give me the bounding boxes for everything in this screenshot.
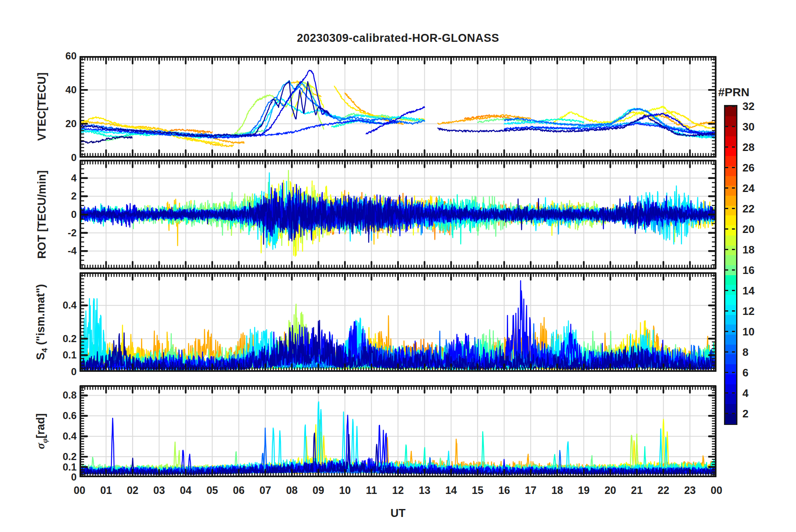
x-tick-label: 06	[233, 484, 245, 496]
colorbar-segment	[725, 325, 736, 335]
y-tick-label-s4: 0.2	[48, 333, 77, 345]
panel-rot	[80, 160, 716, 269]
colorbar-tick-label: 18	[742, 243, 755, 256]
y-tick-label-sigma: 0	[48, 471, 77, 483]
x-tick-label: 21	[631, 484, 643, 496]
colorbar-segment	[725, 235, 736, 245]
x-tick-label: 14	[445, 484, 457, 496]
colorbar-tick-label: 30	[742, 120, 755, 133]
colorbar	[724, 105, 737, 425]
colorbar-tick-label: 16	[742, 263, 755, 276]
y-tick-label-rot: -2	[48, 227, 77, 239]
colorbar-tick	[725, 372, 728, 373]
y-tick-label-rot: -4	[48, 245, 77, 257]
colorbar-tick	[725, 167, 728, 168]
colorbar-tick	[725, 106, 728, 107]
colorbar-title: #PRN	[718, 86, 750, 99]
y-tick-label-sigma: 0.1	[48, 461, 77, 473]
x-tick-label: 08	[286, 484, 298, 496]
panel-vtec	[80, 56, 716, 158]
colorbar-segment	[725, 304, 736, 315]
x-tick-label: 19	[578, 484, 590, 496]
y-tick-label-sigma: 0.6	[48, 410, 77, 422]
chart-title: 20230309-calibrated-HOR-GLONASS	[80, 32, 716, 45]
x-axis-label: UT	[390, 507, 406, 520]
colorbar-tick	[732, 290, 735, 291]
colorbar-segment	[725, 354, 736, 364]
colorbar-segment	[725, 205, 736, 215]
y-axis-label-vtec: VTEC[TECU]	[36, 72, 50, 141]
colorbar-segment	[725, 414, 736, 424]
colorbar-tick	[725, 351, 728, 353]
x-tick-label: 02	[127, 484, 139, 496]
colorbar-tick	[725, 269, 728, 271]
x-tick-label: 04	[180, 484, 192, 496]
colorbar-segment	[725, 315, 736, 325]
x-tick-label: 18	[552, 484, 563, 496]
colorbar-tick	[732, 228, 735, 230]
y-tick-label-s4: 0.4	[48, 299, 77, 311]
y-tick-label-rot: 4	[48, 172, 77, 184]
colorbar-segment	[725, 335, 736, 345]
x-tick-label: 16	[498, 484, 510, 496]
y-axis-label-s4: S4 ("ism.mat")	[34, 284, 49, 360]
y-tick-label-sigma: 0.8	[48, 389, 77, 401]
colorbar-tick-label: 14	[742, 284, 755, 297]
x-tick-label: 07	[259, 484, 271, 496]
colorbar-segment	[725, 374, 736, 384]
colorbar-tick-label: 4	[742, 386, 748, 399]
colorbar-segment	[725, 394, 736, 404]
x-tick-label: 03	[153, 484, 165, 496]
colorbar-tick	[732, 351, 735, 353]
panel-s4-canvas	[80, 272, 716, 372]
y-tick-label-s4: 0.1	[48, 349, 77, 361]
colorbar-segment	[725, 176, 736, 186]
x-tick-label: 23	[684, 484, 696, 496]
colorbar-tick	[725, 413, 728, 414]
colorbar-segment	[725, 344, 736, 354]
colorbar-tick-label: 26	[742, 161, 755, 174]
colorbar-tick-label: 8	[742, 345, 748, 358]
colorbar-tick-label: 10	[742, 325, 755, 338]
x-tick-label: 00	[711, 484, 722, 496]
colorbar-tick	[732, 269, 735, 271]
colorbar-tick	[732, 167, 735, 168]
colorbar-segment	[725, 106, 736, 116]
colorbar-tick	[725, 310, 728, 312]
colorbar-tick	[725, 126, 728, 127]
colorbar-segment	[725, 116, 736, 126]
colorbar-segment	[725, 195, 736, 205]
colorbar-tick	[732, 249, 735, 250]
colorbar-tick	[725, 290, 728, 291]
colorbar-tick	[732, 146, 735, 148]
colorbar-tick	[732, 187, 735, 189]
colorbar-tick	[725, 331, 728, 332]
y-tick-label-s4: 0	[48, 366, 77, 378]
panel-rot-canvas	[80, 160, 716, 269]
x-tick-label: 10	[339, 484, 351, 496]
colorbar-tick-label: 2	[742, 407, 748, 420]
colorbar-tick-label: 32	[742, 100, 755, 113]
figure: 20230309-calibrated-HOR-GLONASS VTEC[TEC…	[0, 0, 796, 532]
colorbar-segment	[725, 295, 736, 305]
panel-sigma	[80, 385, 716, 477]
x-tick-label: 09	[313, 484, 324, 496]
colorbar-tick	[732, 413, 735, 414]
colorbar-tick-label: 6	[742, 366, 748, 379]
panel-s4	[80, 272, 716, 372]
colorbar-segment	[725, 136, 736, 146]
colorbar-tick-label: 12	[742, 304, 755, 317]
colorbar-tick	[725, 208, 728, 209]
panel-vtec-canvas	[80, 56, 716, 158]
x-tick-label: 12	[392, 484, 404, 496]
colorbar-tick	[732, 331, 735, 332]
x-tick-label: 00	[74, 484, 85, 496]
colorbar-tick	[732, 126, 735, 127]
colorbar-segment	[725, 225, 736, 235]
panel-sigma-canvas	[80, 385, 716, 477]
colorbar-segment	[725, 215, 736, 225]
x-tick-label: 13	[419, 484, 431, 496]
colorbar-segment	[725, 255, 736, 265]
colorbar-tick	[732, 372, 735, 373]
colorbar-tick	[732, 106, 735, 107]
